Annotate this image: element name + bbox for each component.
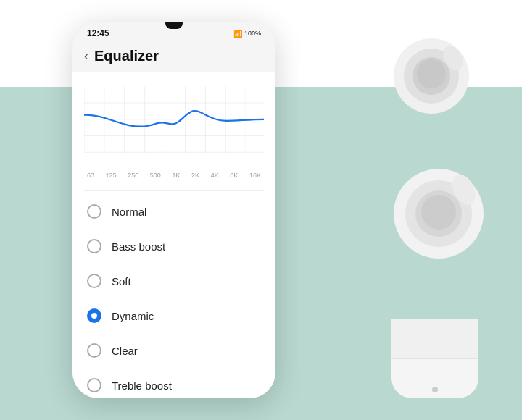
eq-labels: 63 125 250 500 1K 2K 4K 8K 16K — [84, 170, 264, 179]
phone: 12:45 📶 100% ‹ Equalizer — [72, 22, 276, 398]
eq-label-250: 250 — [128, 172, 138, 179]
svg-point-26 — [432, 387, 438, 392]
eq-label-2k: 2K — [191, 172, 199, 179]
option-label-clear: Clear — [112, 345, 138, 357]
radio-treble-boost[interactable] — [87, 378, 102, 392]
radio-soft[interactable] — [87, 274, 102, 288]
eq-chart-container: 63 125 250 500 1K 2K 4K 8K 16K — [72, 72, 276, 190]
svg-point-16 — [417, 59, 446, 88]
option-label-normal: Normal — [112, 206, 146, 218]
battery-icon: 100% — [244, 30, 261, 37]
back-button[interactable]: ‹ — [84, 49, 88, 64]
eq-label-1k: 1K — [172, 172, 180, 179]
option-bass-boost[interactable]: Bass boost — [72, 229, 276, 264]
app-header: ‹ Equalizer — [72, 45, 276, 72]
phone-content: 63 125 250 500 1K 2K 4K 8K 16K Normal — [72, 72, 276, 398]
earbud-case-svg — [384, 290, 486, 406]
scene: 12:45 📶 100% ‹ Equalizer — [0, 0, 522, 420]
status-time: 12:45 — [87, 28, 109, 38]
eq-label-16k: 16K — [249, 172, 261, 179]
eq-label-8k: 8K — [230, 172, 238, 179]
option-label-dynamic: Dynamic — [112, 310, 154, 322]
option-label-soft: Soft — [112, 275, 131, 287]
option-dynamic[interactable]: Dynamic — [72, 298, 276, 333]
eq-label-125: 125 — [106, 172, 117, 179]
eq-label-63: 63 — [87, 172, 94, 179]
status-icons: 📶 100% — [233, 30, 261, 38]
radio-bass-boost[interactable] — [87, 239, 102, 253]
earbud-top-right-svg — [384, 29, 478, 123]
earbud-middle-right — [384, 159, 493, 275]
wifi-icon: 📶 — [233, 30, 242, 38]
eq-label-500: 500 — [150, 172, 161, 179]
earbud-middle-right-svg — [384, 159, 493, 275]
option-label-bass-boost: Bass boost — [112, 240, 165, 253]
option-treble-boost[interactable]: Treble boost — [72, 368, 276, 398]
radio-dynamic[interactable] — [87, 308, 102, 323]
eq-label-4k: 4K — [211, 172, 219, 179]
option-normal[interactable]: Normal — [72, 194, 276, 229]
page-title: Equalizer — [94, 48, 159, 64]
status-bar: 12:45 📶 100% — [72, 22, 276, 45]
radio-clear[interactable] — [87, 343, 102, 358]
svg-rect-24 — [392, 319, 478, 358]
option-clear[interactable]: Clear — [72, 333, 276, 368]
options-list: Normal Bass boost Soft Dynamic — [72, 191, 276, 398]
earbud-case — [384, 290, 486, 406]
earbud-top-right — [384, 29, 478, 123]
notch — [165, 22, 183, 29]
radio-normal[interactable] — [87, 204, 102, 219]
radio-dynamic-inner — [91, 313, 97, 319]
eq-chart — [84, 80, 264, 167]
option-soft[interactable]: Soft — [72, 264, 276, 298]
option-label-treble-boost: Treble boost — [112, 379, 172, 392]
svg-point-21 — [421, 195, 456, 230]
